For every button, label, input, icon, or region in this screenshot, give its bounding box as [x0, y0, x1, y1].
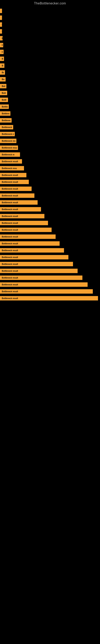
bar-17: Bottleneck resu [0, 125, 13, 130]
bar-row: Bottleneck result [0, 282, 100, 288]
bar-text: Bottleneck result [1, 277, 19, 279]
site-title: TheBottlenecker.com [0, 0, 100, 6]
bar-15: Bottleneck res [0, 111, 10, 116]
bar-row: Bottleneck result [0, 241, 100, 246]
bar-row: Bottleneck result [0, 193, 100, 198]
bar-40: Bottleneck result [0, 282, 88, 287]
bar-row: Bottleneck result [0, 206, 100, 212]
bar-text: Bottleneck result [1, 160, 19, 162]
bar-14: Bottlenec [0, 104, 9, 109]
bar-1 [0, 16, 2, 20]
bar-row: Bottleneck result [0, 248, 100, 253]
bar-28: Bottleneck result [0, 200, 38, 205]
bar-row: Bo [0, 42, 100, 48]
bar-row: Bo [0, 70, 100, 75]
bar-text: Bottleneck result [1, 256, 19, 258]
bar-35: Bottleneck result [0, 248, 64, 252]
bar-34: Bottleneck result [0, 241, 60, 246]
bar-text: Bottleneck result [1, 270, 19, 272]
bar-0 [0, 9, 2, 13]
bar-3: E [0, 29, 2, 34]
bar-16: Bottleneck [0, 118, 12, 122]
bar-11: Bottl [0, 84, 6, 88]
bar-text: Bottleneck result [1, 181, 19, 183]
bar-row [0, 8, 100, 14]
bar-29: Bottleneck result [0, 207, 41, 212]
bar-text: Bottleneck result [1, 147, 17, 149]
bar-text: Bottleneck [1, 119, 11, 122]
bar-41: Bottleneck result [0, 289, 93, 294]
bar-text: Bottleneck result [1, 222, 19, 224]
bar-38: Bottleneck result [0, 269, 78, 273]
bar-row: Bottleneck result [0, 213, 100, 219]
bar-row: Bottleneck result [0, 179, 100, 185]
bar-row: E [0, 36, 100, 41]
bar-20: Bottleneck result [0, 146, 18, 150]
bar-32: Bottleneck result [0, 228, 51, 232]
bar-text: Bottleneck result [1, 284, 19, 286]
bar-row: Bottleneck result [0, 227, 100, 233]
bar-text: Bottleneck result [1, 263, 19, 265]
bar-text: B [1, 58, 3, 60]
bar-row: Bottlenec [0, 104, 100, 110]
bar-39: Bottleneck result [0, 276, 82, 280]
bar-row: Bottleneck result [0, 158, 100, 164]
bar-text: E [1, 24, 2, 26]
bar-row: Bottleneck result [0, 261, 100, 267]
bar-row: Bottleneck re [0, 152, 100, 158]
bar-text: Bottleneck result [1, 297, 19, 300]
bar-row: Bottl [0, 97, 100, 103]
bar-text: Bott [1, 92, 6, 94]
bar-row: E [0, 28, 100, 34]
bar-text: Bottleneck result [1, 215, 19, 217]
bar-text: Bo [1, 64, 3, 67]
bar-text: Bottleneck result [1, 202, 19, 204]
bar-text: Bottleneck result [1, 188, 19, 190]
bar-row: B [0, 56, 100, 62]
bar-row: Bottleneck result [0, 296, 100, 301]
bars-container: EEEBoBoBBoBoBoBottlBottBottlBottlenecBot… [0, 6, 100, 301]
bar-33: Bottleneck result [0, 234, 56, 239]
bar-row: Bottleneck result [0, 254, 100, 260]
bar-row: Bottleneck result [0, 220, 100, 226]
bar-text: Bottleneck result [1, 133, 14, 135]
bar-text: Bottleneck res [1, 112, 9, 115]
bar-7: B [0, 56, 4, 61]
bar-text: Bottleneck result [1, 208, 19, 210]
bar-42: Bottleneck result [0, 296, 98, 300]
bar-text: E [1, 30, 2, 32]
bar-text: Bottlenec [1, 106, 8, 108]
bar-4: E [0, 36, 2, 40]
bar-row: Bo [0, 49, 100, 55]
bar-13: Bottl [0, 98, 8, 102]
bar-10: Bo [0, 77, 6, 82]
bar-row: Bottleneck result [0, 234, 100, 240]
bar-text: Bottl [1, 85, 5, 87]
bar-row: Bottleneck result [0, 200, 100, 205]
bar-24: Bottleneck result [0, 173, 26, 177]
bar-21: Bottleneck re [0, 152, 20, 157]
bar-26: Bottleneck result [0, 186, 32, 191]
bar-row: Bo [0, 63, 100, 68]
bar-row [0, 15, 100, 20]
bar-row: Bottleneck result [0, 131, 100, 137]
bar-22: Bottleneck result [0, 159, 22, 164]
bar-6: Bo [0, 50, 3, 54]
bar-row: Bottleneck res [0, 111, 100, 116]
bar-text: Bottleneck result [1, 229, 19, 231]
bar-row: E [0, 22, 100, 27]
bar-row: Bottleneck resu [0, 166, 100, 171]
bar-row: Bottleneck result [0, 275, 100, 280]
bar-9: Bo [0, 70, 5, 75]
bar-5: Bo [0, 43, 3, 47]
bar-row: Bottleneck resu [0, 138, 100, 144]
bar-27: Bottleneck result [0, 194, 34, 198]
bar-text: Bo [1, 44, 2, 46]
bar-text: Bottleneck resu [1, 140, 15, 142]
bar-row: Bottleneck result [0, 268, 100, 274]
bar-row: Bottleneck result [0, 172, 100, 178]
bar-row: Bottleneck [0, 118, 100, 123]
bar-text: Bo [1, 72, 4, 74]
bar-text: Bottleneck resu [1, 167, 18, 170]
bar-text: Bottleneck re [1, 154, 15, 156]
